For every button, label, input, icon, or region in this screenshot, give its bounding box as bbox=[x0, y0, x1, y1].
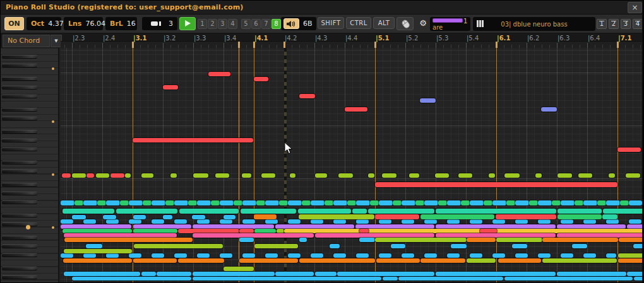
chord-selector[interactable]: No Chord bbox=[3, 35, 50, 47]
note-grid[interactable] bbox=[61, 48, 642, 283]
note[interactable] bbox=[242, 200, 256, 205]
note[interactable] bbox=[174, 253, 187, 258]
pattern-button-5[interactable]: 5 bbox=[241, 19, 251, 29]
note[interactable] bbox=[352, 209, 367, 214]
note[interactable] bbox=[438, 200, 447, 205]
note[interactable] bbox=[552, 200, 561, 205]
note[interactable] bbox=[193, 277, 381, 280]
note[interactable] bbox=[561, 200, 575, 205]
note[interactable] bbox=[290, 173, 295, 178]
note[interactable] bbox=[333, 200, 347, 205]
note[interactable] bbox=[504, 277, 633, 280]
note[interactable] bbox=[224, 215, 236, 219]
note[interactable] bbox=[234, 200, 242, 205]
gear-icon[interactable]: ⚙ bbox=[416, 17, 430, 30]
note[interactable] bbox=[375, 214, 419, 219]
note[interactable] bbox=[110, 173, 124, 178]
note[interactable] bbox=[557, 233, 642, 238]
note[interactable] bbox=[375, 238, 467, 242]
note[interactable] bbox=[220, 219, 232, 224]
note[interactable] bbox=[315, 173, 327, 178]
note[interactable] bbox=[254, 244, 298, 248]
note[interactable] bbox=[298, 209, 351, 214]
black-key[interactable] bbox=[2, 245, 37, 248]
shift-button[interactable]: SHIFT bbox=[318, 17, 344, 29]
black-key[interactable] bbox=[2, 108, 37, 112]
note[interactable] bbox=[284, 229, 642, 233]
note[interactable] bbox=[299, 238, 307, 242]
pattern-button-4[interactable]: 4 bbox=[228, 19, 237, 29]
note[interactable] bbox=[557, 272, 626, 276]
note[interactable] bbox=[265, 219, 278, 224]
note[interactable] bbox=[634, 277, 642, 280]
play-button[interactable] bbox=[179, 17, 196, 30]
note[interactable] bbox=[96, 173, 109, 178]
note[interactable] bbox=[420, 98, 436, 103]
note[interactable] bbox=[420, 258, 465, 263]
on-toggle-button[interactable]: ON bbox=[4, 17, 24, 30]
note[interactable] bbox=[572, 244, 587, 248]
note[interactable] bbox=[311, 219, 323, 224]
black-key[interactable] bbox=[2, 117, 37, 120]
note[interactable] bbox=[398, 277, 503, 280]
volume-widget[interactable]: 6B bbox=[281, 17, 316, 30]
param-slider-widget[interactable]: are 1 bbox=[430, 17, 470, 31]
note[interactable] bbox=[86, 173, 94, 178]
param-slider-bar[interactable] bbox=[433, 19, 462, 22]
black-key[interactable] bbox=[2, 183, 37, 187]
piano-keyboard[interactable] bbox=[1, 48, 59, 283]
note[interactable] bbox=[575, 200, 583, 205]
note[interactable] bbox=[83, 253, 96, 258]
black-key[interactable] bbox=[2, 130, 37, 134]
note[interactable] bbox=[515, 200, 529, 205]
note[interactable] bbox=[629, 219, 641, 224]
note[interactable] bbox=[558, 209, 602, 214]
black-key[interactable] bbox=[2, 147, 37, 151]
note[interactable] bbox=[447, 200, 461, 205]
black-key[interactable] bbox=[2, 200, 37, 204]
note[interactable] bbox=[133, 258, 177, 263]
note[interactable] bbox=[288, 200, 302, 205]
note[interactable] bbox=[535, 173, 542, 178]
channel-button-3[interactable]: 3 bbox=[621, 19, 631, 29]
note[interactable] bbox=[152, 200, 165, 205]
note[interactable] bbox=[356, 253, 369, 258]
note[interactable] bbox=[436, 272, 556, 276]
note[interactable] bbox=[415, 200, 424, 205]
note[interactable] bbox=[561, 219, 573, 224]
note[interactable] bbox=[633, 244, 642, 248]
note[interactable] bbox=[561, 253, 573, 258]
note[interactable] bbox=[63, 209, 114, 214]
note[interactable] bbox=[106, 200, 120, 205]
note[interactable] bbox=[61, 224, 131, 229]
note[interactable] bbox=[496, 214, 556, 219]
note[interactable] bbox=[72, 277, 191, 280]
note[interactable] bbox=[383, 277, 398, 280]
note[interactable] bbox=[542, 238, 618, 242]
note[interactable] bbox=[193, 224, 274, 229]
note[interactable] bbox=[602, 214, 617, 219]
note[interactable] bbox=[116, 209, 177, 214]
note[interactable] bbox=[618, 253, 642, 258]
note[interactable] bbox=[63, 229, 132, 233]
note[interactable] bbox=[424, 253, 437, 258]
note[interactable] bbox=[72, 173, 86, 178]
note[interactable] bbox=[578, 173, 592, 178]
note[interactable] bbox=[375, 182, 617, 187]
black-key[interactable] bbox=[2, 222, 37, 226]
note[interactable] bbox=[197, 253, 210, 258]
black-key[interactable] bbox=[2, 161, 37, 165]
note[interactable] bbox=[64, 272, 140, 276]
note[interactable] bbox=[61, 200, 75, 205]
black-key[interactable] bbox=[2, 55, 37, 59]
note[interactable] bbox=[211, 200, 220, 205]
note[interactable] bbox=[224, 267, 254, 271]
note[interactable] bbox=[402, 200, 415, 205]
note[interactable] bbox=[241, 209, 296, 214]
note[interactable] bbox=[368, 209, 434, 214]
note[interactable] bbox=[279, 200, 288, 205]
note[interactable] bbox=[83, 200, 97, 205]
note[interactable] bbox=[618, 258, 642, 263]
note[interactable] bbox=[152, 253, 164, 258]
note[interactable] bbox=[379, 200, 393, 205]
